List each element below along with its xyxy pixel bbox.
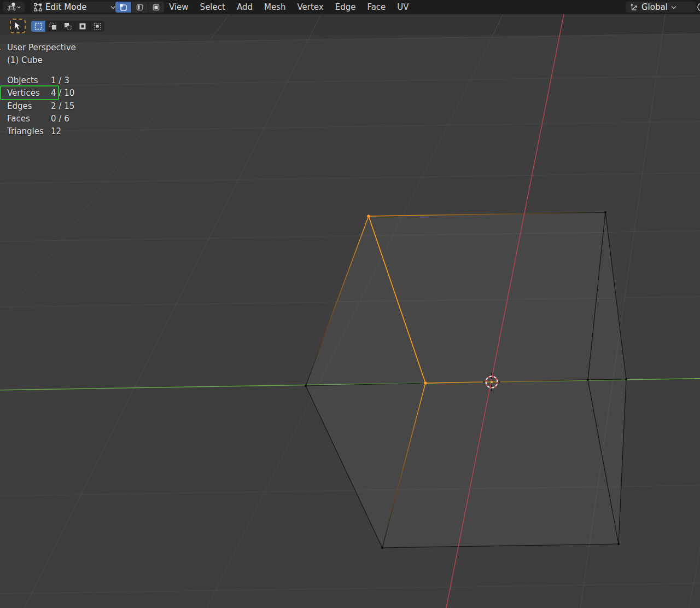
box-select-mode-group <box>31 21 104 32</box>
select-extend-icon <box>49 22 57 30</box>
editor-type-button[interactable] <box>3 2 25 13</box>
select-invert-button[interactable] <box>75 21 90 32</box>
active-tool-tweak-button[interactable] <box>10 19 26 33</box>
menu-view[interactable]: View <box>169 2 189 12</box>
select-set-button[interactable] <box>31 21 46 32</box>
viewport-header: Edit Mode <box>0 0 700 14</box>
viewport-editor-icon <box>7 2 21 12</box>
select-subtract-icon <box>64 22 72 30</box>
menu-edge[interactable]: Edge <box>335 2 356 12</box>
viewport-canvas[interactable] <box>0 0 700 608</box>
view-perspective-label: User Perspective <box>7 42 76 54</box>
vertex-select-button[interactable] <box>115 2 132 13</box>
select-invert-icon <box>79 22 86 30</box>
active-object-label: (1) Cube <box>7 54 76 67</box>
chevron-down-icon <box>671 5 676 9</box>
select-intersect-button[interactable] <box>90 21 104 32</box>
select-extend-button[interactable] <box>46 21 61 32</box>
orientation-label: Global <box>641 2 668 12</box>
stats-overlay: User Perspective (1) Cube Objects1 / 3 V… <box>7 42 76 138</box>
mode-label: Edit Mode <box>45 2 107 12</box>
mode-dropdown[interactable]: Edit Mode <box>31 2 119 13</box>
select-subtract-button[interactable] <box>61 21 75 32</box>
edge-select-icon <box>136 3 144 11</box>
select-intersect-icon <box>94 22 101 30</box>
edge-select-button[interactable] <box>132 2 148 13</box>
face-select-icon <box>152 3 160 11</box>
tool-header-shade <box>0 14 700 34</box>
menu-vertex[interactable]: Vertex <box>297 2 323 12</box>
edit-mode-cube-icon <box>34 3 42 11</box>
toolbar-expand-arrow[interactable]: › <box>0 44 1 54</box>
stat-triangles: Triangles12 <box>7 125 76 138</box>
magnet-icon-partial <box>692 2 700 13</box>
mesh-select-mode-group <box>115 2 164 13</box>
stat-edges: Edges2 / 15 <box>7 100 76 113</box>
menu-add[interactable]: Add <box>237 2 253 12</box>
menu-mesh[interactable]: Mesh <box>264 2 286 12</box>
axes-icon <box>629 3 638 11</box>
stat-faces: Faces0 / 6 <box>7 113 76 125</box>
transform-orientation-dropdown[interactable]: Global <box>626 2 696 13</box>
menu-uv[interactable]: UV <box>397 2 409 12</box>
cursor-arrow-icon <box>14 22 21 31</box>
select-set-icon <box>34 22 42 30</box>
vertex-select-icon <box>119 3 127 11</box>
face-select-button[interactable] <box>148 2 164 13</box>
stat-objects: Objects1 / 3 <box>7 74 76 87</box>
snap-button-partial[interactable] <box>692 2 700 13</box>
menu-face[interactable]: Face <box>367 2 386 12</box>
blender-window: Edit Mode <box>0 0 700 608</box>
header-menus: View Select Add Mesh Vertex Edge Face UV <box>169 0 409 14</box>
menu-select[interactable]: Select <box>200 2 225 12</box>
stat-vertices: Vertices4 / 10 <box>7 87 76 100</box>
